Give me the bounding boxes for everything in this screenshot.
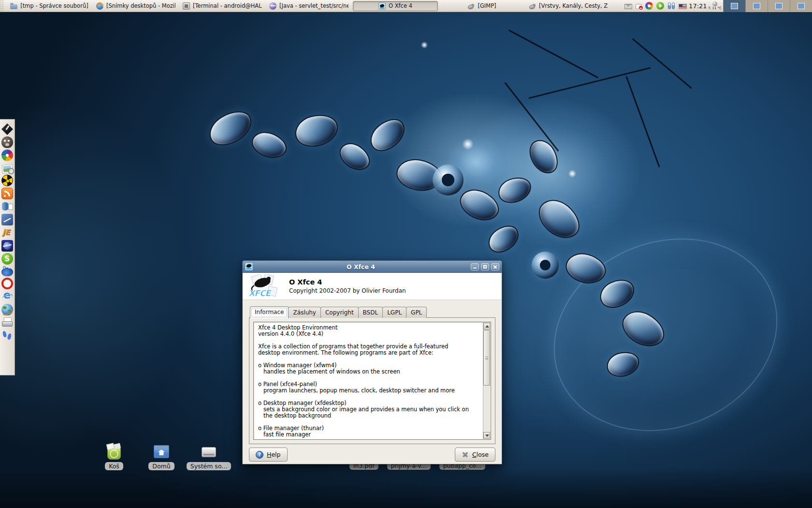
jedit-icon[interactable]	[1, 227, 13, 239]
taskbar-item-label: [Vrstvy, Kanály, Cesty, Zp...	[539, 2, 608, 9]
dialog-header-text: O Xfce 4 Copyright 2002-2007 by Olivier …	[289, 278, 406, 294]
gimp-swirl-icon[interactable]	[645, 2, 653, 10]
trash-icon	[105, 443, 123, 461]
image-viewer-icon[interactable]	[1, 164, 13, 174]
taskbar-item[interactable]: [tmp - Správce souborů]	[7, 1, 92, 11]
terminal-icon	[183, 2, 190, 10]
taskbar-item[interactable]: [Java - servlet_test/src/ne...	[266, 1, 351, 11]
about-text-line: fast file manager	[258, 432, 480, 438]
about-text-line: the desktop background	[258, 413, 480, 419]
wallpaper-art-segment	[291, 110, 341, 151]
footprints-icon[interactable]	[1, 330, 13, 342]
close-button-label: Close	[472, 451, 489, 458]
panel-grip[interactable]	[0, 0, 4, 12]
help-button-label: Help	[267, 451, 281, 458]
about-xfce-dialog: O Xfce 4 XFCE O Xfce 4 Copyright 2002-20…	[242, 260, 502, 464]
desktop-icons: Koš Domů Systém so...	[93, 443, 230, 470]
help-button[interactable]: Help	[249, 448, 288, 462]
workspace-window	[775, 3, 783, 9]
taskbar-item[interactable]: [GIMP]	[439, 1, 524, 11]
gimp-icon[interactable]	[1, 136, 13, 148]
scroll-down-button[interactable]	[483, 432, 490, 439]
globe-browser-icon[interactable]	[1, 304, 13, 315]
dialog-tab[interactable]: BSDL	[358, 307, 383, 318]
printer-icon[interactable]	[1, 317, 13, 329]
desktop-icon[interactable]: Koš	[93, 443, 135, 470]
about-text-line: program launchers, popup menus, clock, d…	[258, 388, 480, 394]
radiation-icon[interactable]	[1, 175, 13, 186]
weather-icon	[712, 1, 717, 6]
wallpaper-sparkle	[568, 169, 577, 178]
clock[interactable]: 17:21	[689, 2, 707, 10]
taskbar-item[interactable]: [Snímky desktopů - Mozil...	[93, 1, 178, 11]
firefox-icon	[96, 2, 103, 10]
about-text-line: handles the placement of windows on the …	[258, 369, 480, 375]
opera-icon[interactable]	[1, 278, 13, 289]
scroll-up-button[interactable]	[483, 323, 490, 329]
taskbar-item-label: O Xfce 4	[389, 2, 412, 9]
chat-icon[interactable]	[636, 4, 642, 9]
wallpaper-art-segment	[334, 138, 375, 176]
database-icon[interactable]	[1, 201, 13, 212]
dialog-title: O Xfce 4	[253, 263, 469, 270]
taskbar-item-label: [tmp - Správce souborů]	[20, 2, 88, 9]
workspace-pager	[723, 0, 812, 12]
scrollbar[interactable]	[483, 323, 490, 439]
minimize-button[interactable]	[471, 263, 479, 270]
dialog-tab[interactable]: GPL	[406, 307, 427, 318]
close-window-button[interactable]	[491, 263, 499, 270]
ie-icon[interactable]	[1, 291, 13, 302]
scrollbar-thumb[interactable]	[483, 330, 490, 386]
maximize-button[interactable]	[481, 263, 489, 270]
close-icon	[462, 451, 469, 458]
filesystem-icon	[200, 443, 218, 461]
inkscape-icon[interactable]	[1, 123, 13, 135]
wallpaper-sparkle	[420, 41, 428, 49]
dialog-tab[interactable]: Informace	[250, 306, 289, 318]
taskbar-item-label: [GIMP]	[478, 2, 496, 9]
workspace-cell[interactable]	[745, 0, 768, 12]
desktop-icon[interactable]: Domů	[140, 443, 183, 470]
dialog-button-row: Help Close	[249, 444, 495, 462]
taskbar: [tmp - Správce souborů] [Snímky desktopů…	[7, 1, 611, 11]
drawing-icon[interactable]	[1, 214, 13, 225]
wallpaper-art-segment	[364, 113, 411, 158]
dialog-body: Informace Zásluhy Copyright BSDL LGPL GP…	[243, 300, 502, 464]
workspace-window	[731, 3, 738, 9]
skype-icon[interactable]	[1, 253, 13, 265]
folder-icon	[10, 4, 17, 9]
dialog-tab[interactable]: LGPL	[382, 307, 406, 318]
taskbar-item-label: [Java - servlet_test/src/ne...	[279, 2, 348, 9]
workspace-cell[interactable]	[790, 0, 812, 12]
workspace-window	[753, 3, 760, 9]
dialog-tab[interactable]: Zásluhy	[288, 307, 320, 318]
eclipse-app-icon[interactable]	[1, 240, 13, 252]
wallpaper-sparkle	[462, 138, 474, 150]
vuze-icon[interactable]	[1, 268, 13, 276]
taskbar-item[interactable]: [Terminal - android@HAL...	[180, 1, 265, 11]
wallpaper-art-ring	[532, 252, 559, 279]
desktop-icon-label: Systém so...	[187, 462, 231, 470]
system-tray	[624, 2, 687, 10]
taskbar-item[interactable]: [Vrstvy, Kanály, Cesty, Zp...	[526, 1, 611, 11]
close-button[interactable]: Close	[455, 448, 495, 462]
about-textbox[interactable]: Xfce 4 Desktop Environment version 4.4.0…	[253, 322, 491, 440]
dialog-tab[interactable]: Copyright	[320, 307, 359, 318]
picasa-icon[interactable]	[1, 149, 13, 161]
taskbar-item[interactable]: O Xfce 4	[353, 1, 438, 11]
desktop: [tmp - Správce souborů] [Snímky desktopů…	[0, 0, 812, 508]
dialog-titlebar[interactable]: O Xfce 4	[243, 261, 502, 273]
play-icon[interactable]	[656, 2, 664, 10]
desktop-icon-label: Koš	[105, 462, 123, 470]
xfce-mouse-icon	[467, 2, 475, 10]
desktop-icon[interactable]: Systém so...	[188, 443, 230, 470]
pills-icon[interactable]	[667, 2, 675, 10]
weather-applet[interactable]: T. 11 °C	[709, 1, 722, 10]
about-title: O Xfce 4	[289, 278, 406, 286]
mail-icon[interactable]	[624, 4, 632, 9]
rss-icon[interactable]	[1, 188, 13, 199]
us-flag-icon[interactable]	[679, 4, 687, 9]
workspace-window	[798, 3, 805, 9]
workspace-cell[interactable]	[768, 0, 790, 12]
workspace-cell[interactable]	[723, 0, 745, 12]
